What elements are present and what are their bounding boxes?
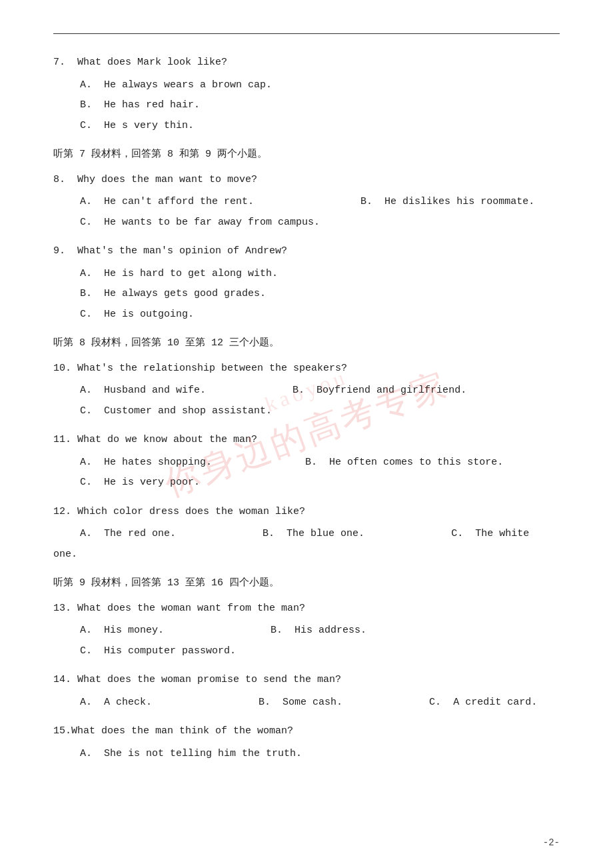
- q14-text: 14. What does the woman promise to send …: [53, 671, 560, 689]
- question-10: 10. What's the relationship between the …: [53, 360, 560, 420]
- q10-options-ab: A. Husband and wife. B. Boyfriend and gi…: [80, 382, 560, 399]
- q8-option-b: B. He dislikes his roommate.: [360, 193, 534, 211]
- q12-options-abc: A. The red one. B. The blue one. C. The …: [80, 525, 560, 543]
- q8-text: 8. Why does the man want to move?: [53, 171, 560, 189]
- question-13: 13. What does the woman want from the ma…: [53, 600, 560, 660]
- section-header-8: 听第 8 段材料，回答第 10 至第 12 三个小题。: [53, 335, 560, 352]
- q12-option-c-wrap: one.: [53, 546, 560, 563]
- q14-option-c: C. A credit card.: [429, 694, 537, 711]
- q11-options-ab: A. He hates shopping. B. He often comes …: [80, 454, 560, 471]
- question-12: 12. Which color dress does the woman lik…: [53, 503, 560, 563]
- q13-text: 13. What does the woman want from the ma…: [53, 600, 560, 617]
- exam-page: kaoyou 你身边的高考专家 7. What does Mark look l…: [0, 0, 613, 868]
- q11-option-a: A. He hates shopping.: [80, 454, 212, 471]
- q10-option-c: C. Customer and shop assistant.: [80, 403, 560, 420]
- q12-option-a: A. The red one.: [80, 525, 176, 543]
- q13-option-b: B. His address.: [271, 622, 366, 639]
- q13-option-c: C. His computer password.: [80, 643, 560, 660]
- q7-text: 7. What does Mark look like?: [53, 54, 560, 71]
- q14-options-abc: A. A check. B. Some cash. C. A credit ca…: [80, 694, 560, 711]
- q14-option-a: A. A check.: [80, 694, 152, 711]
- q11-option-b: B. He often comes to this store.: [305, 454, 503, 471]
- q10-option-b: B. Boyfriend and girlfriend.: [293, 382, 466, 399]
- q12-text: 12. Which color dress does the woman lik…: [53, 503, 560, 521]
- page-number: -2-: [543, 837, 560, 848]
- q9-option-b: B. He always gets good grades.: [80, 285, 560, 303]
- q11-option-c: C. He is very poor.: [80, 474, 560, 491]
- q12-option-c-partial: C. The white: [451, 525, 529, 543]
- section-header-9: 听第 9 段材料，回答第 13 至第 16 四个小题。: [53, 575, 560, 592]
- question-15: 15.What does the man think of the woman?…: [53, 723, 560, 762]
- q7-option-a: A. He always wears a brown cap.: [80, 77, 560, 94]
- q10-text: 10. What's the relationship between the …: [53, 360, 560, 377]
- question-8: 8. Why does the man want to move? A. He …: [53, 171, 560, 231]
- q15-option-a: A. She is not telling him the truth.: [80, 745, 560, 763]
- q10-option-a: A. Husband and wife.: [80, 382, 206, 399]
- question-11: 11. What do we know about the man? A. He…: [53, 431, 560, 491]
- q14-option-b: B. Some cash.: [259, 694, 342, 711]
- q8-options-ab: A. He can't afford the rent. B. He disli…: [80, 193, 560, 211]
- q12-option-b: B. The blue one.: [263, 525, 364, 543]
- q9-text: 9. What's the man's opinion of Andrew?: [53, 243, 560, 260]
- q9-option-c: C. He is outgoing.: [80, 306, 560, 323]
- q9-option-a: A. He is hard to get along with.: [80, 265, 560, 283]
- q7-option-b: B. He has red hair.: [80, 97, 560, 114]
- q11-text: 11. What do we know about the man?: [53, 431, 560, 449]
- q13-options-ab: A. His money. B. His address.: [80, 622, 560, 639]
- q13-option-a: A. His money.: [80, 622, 164, 639]
- top-divider: [53, 33, 560, 34]
- q8-option-c: C. He wants to be far away from campus.: [80, 214, 560, 231]
- q15-text: 15.What does the man think of the woman?: [53, 723, 560, 740]
- question-14: 14. What does the woman promise to send …: [53, 671, 560, 711]
- q8-option-a: A. He can't afford the rent.: [80, 193, 254, 211]
- question-7: 7. What does Mark look like? A. He alway…: [53, 54, 560, 134]
- question-9: 9. What's the man's opinion of Andrew? A…: [53, 243, 560, 323]
- section-header-7: 听第 7 段材料，回答第 8 和第 9 两个小题。: [53, 146, 560, 163]
- q7-option-c: C. He s very thin.: [80, 117, 560, 135]
